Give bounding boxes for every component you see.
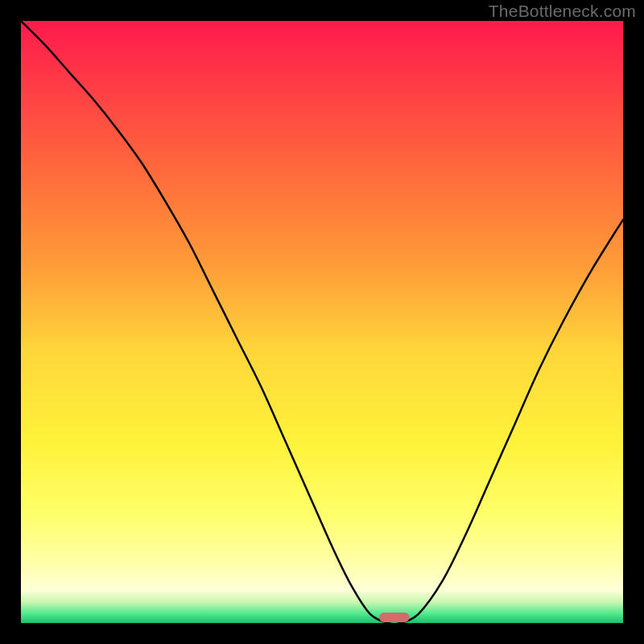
chart-background [21, 21, 623, 623]
chart-svg [21, 21, 623, 623]
bottleneck-chart [21, 21, 623, 623]
optimal-marker-pill [379, 613, 409, 622]
watermark-text: TheBottleneck.com [489, 2, 636, 21]
